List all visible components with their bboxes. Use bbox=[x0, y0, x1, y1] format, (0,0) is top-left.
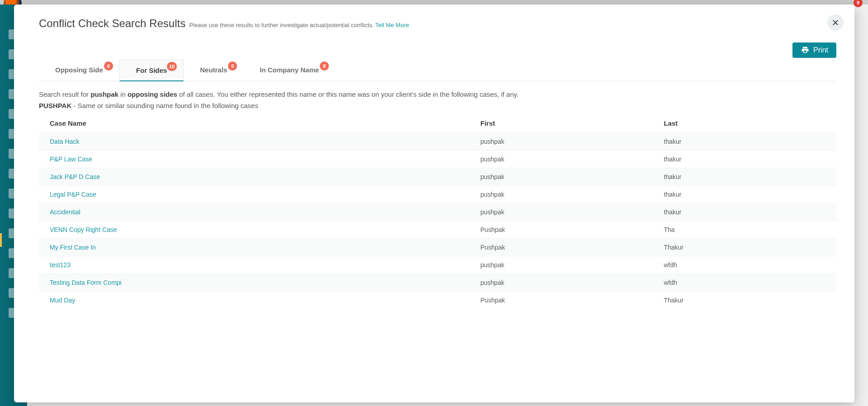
print-button[interactable]: Print bbox=[792, 42, 836, 58]
close-button[interactable] bbox=[827, 14, 844, 31]
table-row: Mud DayPushpakThakur bbox=[39, 291, 836, 309]
close-icon bbox=[831, 19, 840, 27]
tab-label: For Sides bbox=[136, 66, 167, 74]
print-button-label: Print bbox=[813, 46, 828, 54]
cell-case-name: My First Case In bbox=[39, 238, 470, 256]
cell-last: thakur bbox=[653, 203, 837, 221]
modal-subtitle: Please use these results to further inve… bbox=[189, 22, 409, 28]
blurb-suffix: of all cases. You either represented thi… bbox=[177, 90, 519, 98]
case-link[interactable]: Legal P&P Case bbox=[50, 191, 96, 198]
blurb2-suffix: - Same or similar sounding name found in… bbox=[71, 102, 258, 109]
cell-case-name: VENN Copy Right Case bbox=[39, 221, 470, 238]
cell-case-name: Accidential bbox=[39, 203, 470, 221]
cell-first: pushpak bbox=[470, 203, 653, 221]
cell-last: thakur bbox=[653, 168, 837, 185]
case-link[interactable]: VENN Copy Right Case bbox=[50, 226, 117, 233]
tell-me-more-link[interactable]: Tell Me More bbox=[375, 22, 409, 28]
tab-badge: 8 bbox=[320, 61, 329, 71]
case-link[interactable]: Testing Data Form Compi bbox=[50, 279, 122, 286]
cell-first: pushpak bbox=[470, 185, 653, 203]
tab-neutrals[interactable]: Neutrals0 bbox=[184, 60, 243, 81]
table-row: Accidentialpushpakthakur bbox=[39, 203, 836, 221]
cell-first: Pushpak bbox=[470, 291, 653, 309]
cell-last: thakur bbox=[653, 132, 837, 150]
case-link[interactable]: P&P Law Case bbox=[50, 156, 92, 163]
table-row: P&P Law Casepushpakthakur bbox=[39, 150, 836, 168]
tab-label: Opposing Side bbox=[55, 66, 103, 74]
case-link[interactable]: My First Case In bbox=[50, 244, 96, 251]
table-row: test123pushpakwfdh bbox=[39, 256, 836, 274]
table-row: Testing Data Form Compipushpakwfdh bbox=[39, 274, 836, 291]
cell-case-name: Data Hack bbox=[39, 132, 470, 150]
tab-badge: 0 bbox=[104, 61, 113, 71]
results-table: Case Name First Last Data Hackpushpaktha… bbox=[39, 115, 836, 309]
tab-badge: 0 bbox=[228, 61, 237, 71]
table-row: VENN Copy Right CasePushpakTha bbox=[39, 221, 836, 238]
tab-in-company-name[interactable]: In Company Name8 bbox=[243, 60, 335, 81]
tab-label: Neutrals bbox=[200, 66, 227, 74]
cell-last: thakur bbox=[653, 150, 837, 168]
conflict-check-modal: Conflict Check Search Results Please use… bbox=[14, 5, 854, 402]
case-link[interactable]: Accidential bbox=[50, 208, 81, 216]
tab-label: In Company Name bbox=[260, 66, 319, 74]
modal-header: Conflict Check Search Results Please use… bbox=[39, 17, 836, 30]
tab-opposing-side[interactable]: Opposing Side0 bbox=[39, 60, 119, 81]
cell-last: Tha bbox=[653, 221, 837, 238]
table-row: My First Case InPushpakThakur bbox=[39, 238, 836, 256]
case-link[interactable]: Jack P&P D Case bbox=[50, 173, 100, 180]
table-row: Legal P&P Casepushpakthakur bbox=[39, 185, 836, 203]
cell-first: pushpak bbox=[470, 256, 653, 274]
cell-first: pushpak bbox=[470, 150, 653, 168]
cell-last: Thakur bbox=[653, 238, 837, 256]
cell-first: Pushpak bbox=[470, 221, 653, 238]
browser-chrome-hint bbox=[0, 0, 868, 5]
cell-last: Thakur bbox=[653, 291, 837, 309]
cell-case-name: Testing Data Form Compi bbox=[39, 274, 470, 291]
case-link[interactable]: Data Hack bbox=[50, 138, 79, 145]
blurb2-term: PUSHPAK bbox=[39, 102, 71, 109]
result-description: Search result for pushpak in opposing si… bbox=[39, 90, 836, 100]
modal-subtitle-text: Please use these results to further inve… bbox=[189, 22, 375, 28]
tab-badge: 10 bbox=[167, 62, 177, 71]
cell-case-name: Mud Day bbox=[39, 291, 470, 309]
sidebar-active-indicator bbox=[0, 233, 2, 247]
blurb-field: opposing sides bbox=[128, 90, 177, 98]
modal-scroll-pane[interactable]: Search result for pushpak in opposing si… bbox=[39, 81, 841, 392]
tab-for-sides[interactable]: For Sides10 bbox=[119, 60, 184, 81]
result-description-2: PUSHPAK - Same or similar sounding name … bbox=[39, 102, 836, 109]
cell-case-name: Jack P&P D Case bbox=[39, 168, 470, 185]
cell-case-name: P&P Law Case bbox=[39, 150, 470, 168]
notification-badge: 9 bbox=[854, 0, 863, 7]
case-link[interactable]: Mud Day bbox=[50, 297, 75, 304]
blurb-mid: in bbox=[119, 90, 128, 98]
blurb-term: pushpak bbox=[90, 90, 119, 98]
print-row: Print bbox=[39, 42, 836, 58]
tabs: Opposing Side0For Sides10Neutrals0In Com… bbox=[39, 60, 836, 81]
cell-first: pushpak bbox=[470, 168, 653, 185]
modal-title: Conflict Check Search Results bbox=[39, 17, 185, 30]
cell-case-name: test123 bbox=[39, 256, 470, 274]
cell-first: pushpak bbox=[470, 274, 653, 291]
col-header-first: First bbox=[470, 115, 653, 133]
cell-first: Pushpak bbox=[470, 238, 653, 256]
col-header-last: Last bbox=[653, 115, 837, 133]
table-row: Data Hackpushpakthakur bbox=[39, 132, 836, 150]
cell-last: wfdh bbox=[653, 256, 837, 274]
col-header-case: Case Name bbox=[39, 115, 470, 133]
table-row: Jack P&P D Casepushpakthakur bbox=[39, 168, 836, 185]
cell-last: wfdh bbox=[653, 274, 837, 291]
print-icon bbox=[801, 46, 810, 55]
cell-case-name: Legal P&P Case bbox=[39, 185, 470, 203]
case-link[interactable]: test123 bbox=[50, 261, 71, 269]
cell-last: thakur bbox=[653, 185, 837, 203]
blurb-prefix: Search result for bbox=[39, 90, 90, 98]
cell-first: pushpak bbox=[470, 132, 653, 150]
